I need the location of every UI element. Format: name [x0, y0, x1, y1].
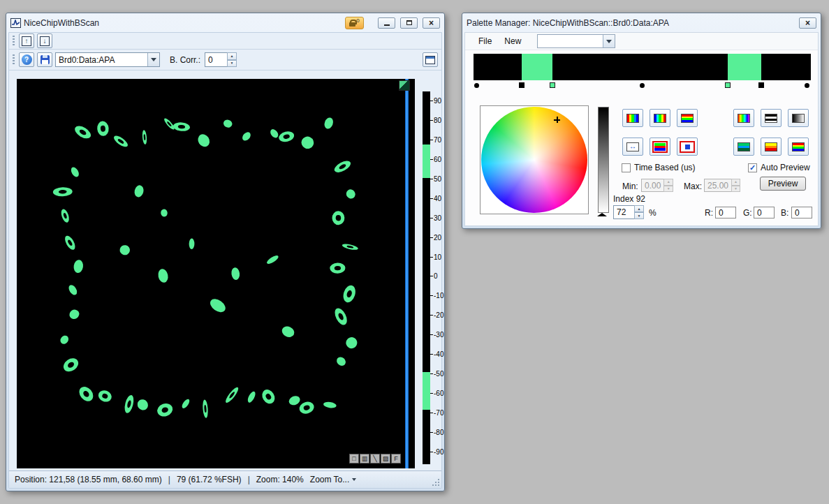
palette-green-segment[interactable]: [522, 54, 552, 80]
cscan-image[interactable]: □▥╲▨F: [17, 79, 415, 468]
resize-grip[interactable]: [431, 477, 440, 487]
index-value[interactable]: 72: [613, 205, 634, 219]
min-down-button[interactable]: ▼: [663, 186, 673, 193]
preset-thermal-button[interactable]: [761, 138, 782, 156]
thermal-icon: [765, 142, 777, 151]
palette-marker-square-green[interactable]: [550, 82, 555, 88]
scan-titlebar[interactable]: NiceChipWithBScan 0 ×: [6, 13, 444, 32]
palette-marker-dot[interactable]: [474, 83, 479, 88]
palette-save-button[interactable]: [677, 109, 698, 127]
move-down-button[interactable]: ↓: [37, 34, 52, 48]
move-up-button[interactable]: ↑: [19, 34, 34, 48]
help-button[interactable]: ?: [19, 52, 34, 67]
max-up-button[interactable]: ▲: [731, 179, 740, 186]
scale-tick-label: 40: [434, 195, 448, 202]
palette-titlebar[interactable]: Palette Manager: NiceChipWithBScan::Brd0…: [462, 13, 821, 32]
palette-flip-button[interactable]: ↔: [622, 138, 643, 156]
brightness-slider-thumb[interactable]: [597, 213, 607, 216]
overlay-grid-button[interactable]: ▥: [360, 454, 369, 464]
menu-new[interactable]: New: [498, 34, 527, 48]
percent-label: %: [649, 208, 656, 218]
scale-tick-label: -30: [434, 332, 448, 339]
scan-blob-layer: [17, 79, 415, 468]
channel-dropdown-button[interactable]: [147, 53, 159, 66]
min-spinner[interactable]: 0.00 ▲▼: [641, 179, 673, 192]
palette-preset-dropdown[interactable]: [537, 34, 615, 48]
red-field[interactable]: 0: [715, 207, 736, 218]
palette-rgb-mode-button[interactable]: [650, 138, 670, 156]
bcorr-down-button[interactable]: ▼: [227, 60, 237, 68]
palette-preset-dropdown-button[interactable]: [603, 35, 615, 47]
brightness-slider[interactable]: [598, 107, 609, 213]
scale-tick-label: 70: [434, 137, 448, 144]
red-label: R:: [705, 208, 713, 218]
bcorr-value[interactable]: 0: [205, 52, 227, 67]
green-value: 0: [757, 208, 762, 218]
save-button[interactable]: [37, 52, 52, 67]
palette-marker-square-black[interactable]: [519, 82, 524, 88]
preset-rainbow-button[interactable]: [788, 138, 809, 156]
max-down-button[interactable]: ▼: [731, 186, 740, 193]
app-icon: [10, 18, 21, 28]
green-blue-bands-icon: [738, 142, 750, 151]
preset-spectrum-button[interactable]: [733, 109, 754, 127]
palette-green-segment[interactable]: [728, 54, 762, 80]
overlay-flag-button[interactable]: F: [391, 454, 401, 464]
close-icon: ×: [429, 19, 434, 27]
min-value[interactable]: 0.00: [641, 179, 663, 192]
close-button[interactable]: ×: [423, 17, 440, 29]
blue-field[interactable]: 0: [791, 207, 812, 218]
index-down-button[interactable]: ▼: [634, 212, 644, 219]
preset-bw-bands-button[interactable]: [761, 109, 782, 127]
color-wheel-box: [480, 105, 589, 214]
min-up-button[interactable]: ▲: [663, 179, 673, 186]
selection-frame: [680, 141, 695, 153]
scan-content: □▥╲▨F 9080706050403020100-10-20-30-40-50…: [9, 72, 441, 470]
preview-button[interactable]: Preview: [760, 177, 806, 191]
overlay-hatch-button[interactable]: ▨: [381, 454, 390, 464]
palette-insert-button[interactable]: [650, 109, 670, 127]
color-wheel-cursor[interactable]: [554, 117, 560, 123]
rainbow-rows-icon: [681, 114, 694, 123]
index-spinner[interactable]: 72 ▲▼: [613, 205, 644, 219]
preset-grayscale-button[interactable]: [788, 109, 809, 127]
palette-marker-square-black[interactable]: [758, 82, 764, 88]
minimize-button[interactable]: [378, 17, 395, 29]
status-zoom: Zoom: 140%: [256, 475, 304, 484]
palette-marker-square-green[interactable]: [725, 82, 731, 88]
preset-greenblue-button[interactable]: [733, 138, 754, 156]
zoom-to-dropdown[interactable]: Zoom To...: [310, 475, 356, 484]
index-up-button[interactable]: ▲: [634, 205, 644, 212]
palette-marker-dot[interactable]: [805, 83, 809, 88]
time-based-label: Time Based (us): [634, 163, 696, 172]
palette-strip[interactable]: [474, 54, 811, 80]
max-value[interactable]: 25.00: [704, 179, 731, 192]
bcorr-spinner[interactable]: 0 ▲ ▼: [205, 52, 237, 67]
toolbar-grip[interactable]: [13, 54, 15, 65]
menu-file[interactable]: File: [472, 34, 498, 48]
swap-arrows-icon: ↔: [626, 142, 639, 151]
palette-strip-markers: [474, 82, 811, 90]
overlay-diagonal-button[interactable]: ╲: [370, 454, 380, 464]
channel-dropdown[interactable]: Brd0:Data:APA: [55, 52, 160, 67]
status-amplitude: 79 (61.72 %FSH): [177, 475, 242, 484]
palette-solid-mode-button[interactable]: [677, 138, 698, 156]
color-wheel[interactable]: [481, 107, 587, 213]
palette-close-button[interactable]: ×: [799, 17, 816, 29]
green-label: G:: [743, 208, 752, 218]
lock-button[interactable]: 0: [345, 17, 364, 29]
scale-tick-label: -20: [434, 312, 448, 319]
scan-corner-marker[interactable]: [399, 80, 410, 91]
green-field[interactable]: 0: [754, 207, 775, 218]
max-spinner[interactable]: 25.00 ▲▼: [704, 179, 740, 192]
auto-preview-checkbox[interactable]: [748, 163, 757, 172]
palette-marker-dot[interactable]: [640, 83, 645, 88]
bscan-cursor-line[interactable]: [405, 79, 409, 468]
bcorr-up-button[interactable]: ▲: [227, 52, 237, 60]
restore-button[interactable]: [400, 17, 418, 29]
time-based-checkbox[interactable]: [622, 163, 631, 172]
overlay-marker-button[interactable]: □: [349, 454, 359, 464]
toolbar-grip[interactable]: [13, 36, 15, 46]
panel-toggle-button[interactable]: [423, 52, 438, 67]
palette-edit-button[interactable]: [622, 109, 643, 127]
